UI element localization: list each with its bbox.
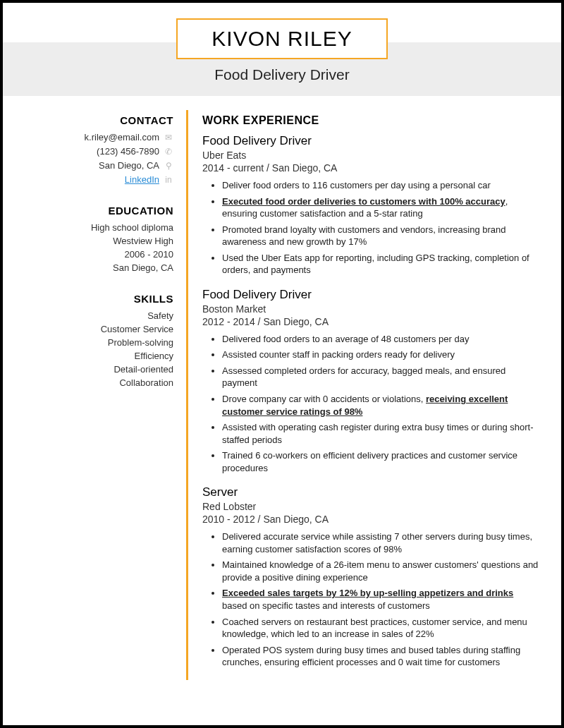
job-meta: 2012 - 2014 / San Diego, CA xyxy=(202,316,540,327)
skill-item: Problem-solving xyxy=(24,337,173,348)
education-location: San Diego, CA xyxy=(24,262,173,273)
job-bullets: Deliver food orders to 116 customers per… xyxy=(202,179,540,277)
sidebar: CONTACT k.riley@email.com ✉ (123) 456-78… xyxy=(24,110,186,680)
job-title: Food Delivery Driver xyxy=(202,134,540,148)
job-bullet: Delivered accurate service while assisti… xyxy=(222,530,540,555)
job-company: Boston Market xyxy=(202,303,540,315)
job-bullet: Drove company car with 0 accidents or vi… xyxy=(222,393,540,418)
skill-item: Collaboration xyxy=(24,377,173,388)
job-entry: ServerRed Lobster2010 - 2012 / San Diego… xyxy=(202,485,540,668)
education-degree: High school diploma xyxy=(24,222,173,233)
job-meta: 2010 - 2012 / San Diego, CA xyxy=(202,514,540,525)
job-bullet: Assisted counter staff in packing orders… xyxy=(222,348,540,361)
job-bullets: Delivered accurate service while assisti… xyxy=(202,530,540,668)
education-heading: EDUCATION xyxy=(24,205,173,217)
skills-heading: SKILLS xyxy=(24,293,173,305)
linkedin-icon: in xyxy=(164,175,173,185)
phone-icon: ✆ xyxy=(164,147,173,157)
candidate-name: KIVON RILEY xyxy=(178,27,386,51)
contact-location: San Diego, CA ⚲ xyxy=(24,160,173,171)
education-school: Westview High xyxy=(24,236,173,246)
email-icon: ✉ xyxy=(164,133,173,142)
job-bullet: Used the Uber Eats app for reporting, in… xyxy=(222,252,540,277)
job-bullets: Delivered food orders to an average of 4… xyxy=(202,333,540,474)
job-meta: 2014 - current / San Diego, CA xyxy=(202,162,540,174)
skill-item: Efficiency xyxy=(24,351,173,361)
job-bullet: Promoted brand loyalty with customers an… xyxy=(222,224,540,248)
contact-linkedin[interactable]: LinkedIn in xyxy=(24,174,173,185)
job-bullet: Executed food order deliveries to custom… xyxy=(222,195,540,220)
skill-item: Detail-oriented xyxy=(24,364,173,375)
work-heading: WORK EXPERIENCE xyxy=(202,114,540,127)
name-box: KIVON RILEY xyxy=(176,18,388,59)
job-bullet: Deliver food orders to 116 customers per… xyxy=(222,179,540,192)
skill-item: Customer Service xyxy=(24,324,173,334)
education-dates: 2006 - 2010 xyxy=(24,249,173,260)
job-company: Uber Eats xyxy=(202,150,540,161)
job-bullet: Operated POS system during busy times an… xyxy=(222,644,540,669)
contact-heading: CONTACT xyxy=(24,114,173,126)
job-bullet: Coached servers on restaurant best pract… xyxy=(222,616,540,641)
job-bullet: Assisted with operating cash register du… xyxy=(222,421,540,446)
job-bullet: Exceeded sales targets by 12% by up-sell… xyxy=(222,587,540,612)
job-company: Red Lobster xyxy=(202,501,540,512)
contact-phone: (123) 456-7890 ✆ xyxy=(24,146,173,157)
job-bullet: Delivered food orders to an average of 4… xyxy=(222,333,540,346)
job-bullet: Maintained knowledge of a 26-item menu t… xyxy=(222,559,540,583)
job-title: Server xyxy=(202,485,540,499)
job-title-header: Food Delivery Driver xyxy=(3,66,561,83)
job-entry: Food Delivery DriverUber Eats2014 - curr… xyxy=(202,134,540,277)
job-title: Food Delivery Driver xyxy=(202,288,540,302)
job-bullet: Assessed completed orders for accuracy, … xyxy=(222,365,540,389)
main-column: WORK EXPERIENCE Food Delivery DriverUber… xyxy=(188,110,540,680)
contact-email: k.riley@email.com ✉ xyxy=(24,132,173,142)
location-icon: ⚲ xyxy=(164,161,173,171)
job-bullet: Trained 6 co-workers on efficient delive… xyxy=(222,449,540,474)
skill-item: Safety xyxy=(24,310,173,321)
job-entry: Food Delivery DriverBoston Market2012 - … xyxy=(202,288,540,474)
